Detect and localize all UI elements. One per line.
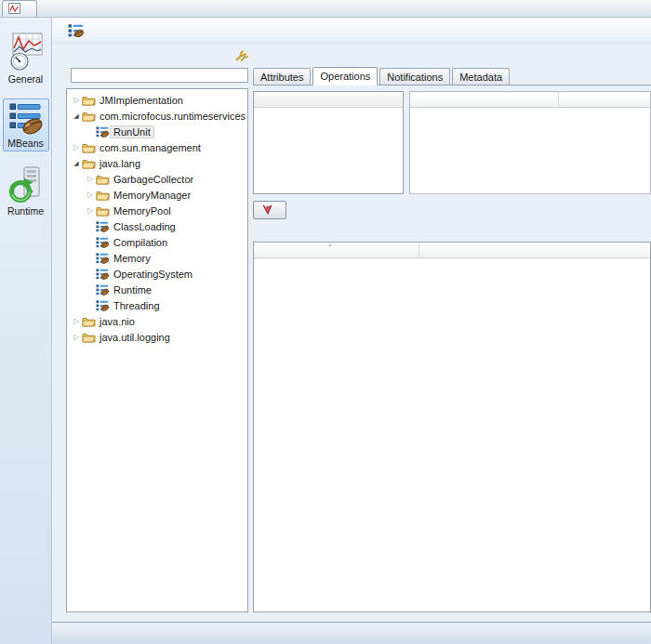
folder-icon bbox=[96, 174, 110, 185]
tree-node-label: java.util.logging bbox=[97, 332, 173, 343]
feature-tab[interactable]: Metadata bbox=[452, 68, 510, 85]
mbean-icon bbox=[96, 252, 109, 264]
folder-icon bbox=[96, 190, 110, 201]
mbean-icon bbox=[96, 220, 109, 232]
tree-node[interactable]: Compilation bbox=[67, 234, 247, 250]
mbeans-bean-list-icon bbox=[8, 102, 44, 136]
expander-icon[interactable] bbox=[71, 333, 82, 341]
folder-icon bbox=[82, 111, 96, 122]
tree-node[interactable]: java.util.logging bbox=[67, 329, 247, 345]
sort-ascending-icon: ▵ bbox=[328, 242, 332, 248]
filter-input[interactable] bbox=[71, 68, 248, 83]
result-table-header: ▵ bbox=[254, 243, 650, 258]
tree-node[interactable]: Memory bbox=[67, 250, 247, 266]
sidebar-item-label: Runtime bbox=[7, 205, 44, 217]
feature-tab-label: Metadata bbox=[459, 72, 502, 83]
mbean-tree-panel: JMImplementation bbox=[66, 49, 248, 612]
mbean-icon bbox=[96, 299, 109, 311]
folder-icon bbox=[82, 95, 96, 106]
result-name-header[interactable]: ▵ bbox=[254, 243, 419, 257]
result-value-header[interactable] bbox=[419, 243, 650, 257]
parameters-table-header bbox=[410, 92, 650, 108]
result-table: ▵ bbox=[253, 242, 651, 612]
tree-node-label: GarbageCollector bbox=[111, 174, 196, 185]
expander-icon[interactable] bbox=[71, 159, 82, 167]
folder-icon bbox=[82, 316, 96, 327]
tree-node-label: MemoryPool bbox=[111, 205, 174, 217]
tree-node-label: java.nio bbox=[97, 316, 138, 327]
folder-icon bbox=[82, 142, 96, 153]
chart-tab-icon bbox=[8, 3, 20, 16]
tree-node-label: Memory bbox=[111, 253, 153, 264]
sidebar-item[interactable]: MBeans bbox=[3, 99, 49, 151]
operations-tab-content: ▵ bbox=[253, 91, 651, 612]
execute-row bbox=[253, 200, 651, 219]
folder-icon bbox=[96, 205, 110, 217]
tree-node-label: com.sun.management bbox=[97, 142, 204, 153]
mbean-features-header bbox=[253, 49, 651, 63]
parameters-table bbox=[409, 91, 651, 194]
tree-node[interactable]: com.microfocus.runtimeservices bbox=[67, 108, 247, 124]
main-content: JMImplementation bbox=[52, 18, 651, 644]
tree-node-label: Runtime bbox=[111, 284, 154, 296]
tree-node[interactable]: java.nio bbox=[67, 313, 247, 329]
tree-node[interactable]: GarbageCollector bbox=[67, 171, 247, 187]
editor-tab-userununit[interactable] bbox=[2, 0, 37, 17]
mbean-icon bbox=[96, 236, 109, 248]
tree-node[interactable]: MemoryManager bbox=[67, 187, 247, 203]
param-value-header bbox=[559, 92, 650, 107]
form-title-bar bbox=[52, 18, 651, 44]
category-sidebar: General bbox=[0, 18, 52, 644]
result-tabs bbox=[253, 226, 651, 242]
editor-tab-bar bbox=[0, 0, 651, 18]
feature-tabs: Attributes Operations Notifications bbox=[253, 67, 651, 85]
sidebar-item[interactable]: Runtime bbox=[3, 163, 49, 219]
filter-row bbox=[66, 67, 248, 83]
mbean-tree: JMImplementation bbox=[66, 88, 248, 612]
panels-area: JMImplementation bbox=[52, 44, 651, 622]
folder-icon bbox=[82, 158, 96, 169]
feature-tab[interactable]: Notifications bbox=[379, 68, 450, 85]
tree-node[interactable]: Runtime bbox=[67, 282, 247, 297]
feature-tab[interactable]: Attributes bbox=[253, 68, 311, 85]
tree-node[interactable]: ClassLoading bbox=[67, 218, 247, 234]
param-name-header bbox=[410, 92, 559, 107]
feature-tab-label: Attributes bbox=[260, 72, 303, 83]
bottom-tab-bar bbox=[52, 622, 651, 644]
operations-list-header bbox=[254, 92, 403, 108]
mbean-browser-icon bbox=[68, 23, 84, 37]
tree-node-label: Threading bbox=[111, 300, 163, 311]
tree-node[interactable]: MemoryPool bbox=[67, 203, 247, 218]
folder-icon bbox=[82, 332, 96, 343]
tree-node[interactable]: RunUnit bbox=[67, 124, 247, 139]
sidebar-item[interactable]: General bbox=[3, 29, 49, 87]
expander-icon[interactable] bbox=[85, 191, 96, 199]
tree-node[interactable]: java.lang bbox=[67, 155, 247, 171]
mbean-features-panel: Attributes Operations Notifications bbox=[253, 49, 651, 612]
runtime-refresh-server-icon bbox=[8, 166, 44, 204]
operations-list bbox=[253, 91, 404, 194]
feature-tab-label: Notifications bbox=[387, 72, 443, 83]
mbean-icon bbox=[96, 125, 109, 138]
wrench-icon[interactable] bbox=[234, 50, 248, 62]
tree-node[interactable]: OperatingSystem bbox=[67, 266, 247, 282]
expander-icon[interactable] bbox=[71, 112, 82, 120]
tree-node[interactable]: com.sun.management bbox=[67, 139, 247, 155]
sidebar-item-label: MBeans bbox=[7, 138, 44, 149]
expander-icon[interactable] bbox=[71, 317, 82, 325]
sidebar-item-label: General bbox=[8, 73, 43, 85]
operation-icon bbox=[262, 204, 272, 215]
tree-node[interactable]: JMImplementation bbox=[67, 92, 247, 108]
feature-tab[interactable]: Operations bbox=[312, 67, 378, 85]
expander-icon[interactable] bbox=[85, 206, 96, 215]
tree-node-label: OperatingSystem bbox=[111, 269, 195, 280]
tree-node-label: JMImplementation bbox=[97, 95, 186, 106]
tree-node[interactable]: Threading bbox=[67, 297, 247, 313]
expander-icon[interactable] bbox=[85, 175, 96, 183]
expander-icon[interactable] bbox=[71, 96, 82, 104]
tree-node-label: ClassLoading bbox=[111, 221, 179, 232]
expander-icon[interactable] bbox=[71, 143, 82, 151]
tree-node-label: java.lang bbox=[97, 158, 143, 169]
execute-button[interactable] bbox=[253, 201, 286, 219]
tree-node-label: RunUnit bbox=[111, 126, 153, 138]
